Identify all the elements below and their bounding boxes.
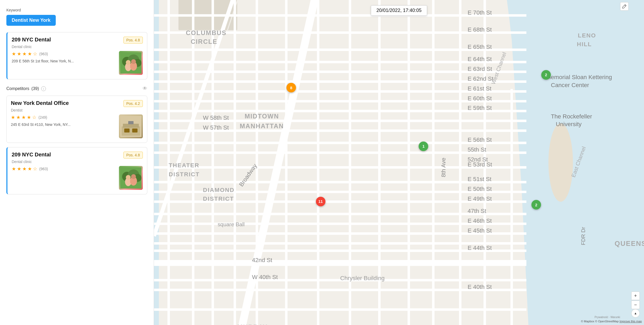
keyword-badge[interactable]: Dentist New York [6,15,56,26]
map-zoom-controls: + − [631,292,640,309]
c1-star-1: ★ [11,114,15,120]
svg-text:E 50th St: E 50th St [467,186,492,192]
svg-line-143 [625,5,626,6]
map-pin-2-bottom[interactable]: 2 [531,200,541,209]
svg-text:University: University [556,121,582,127]
north-button[interactable]: ▲ [631,309,640,318]
star-1: ★ [12,51,16,57]
svg-text:52nd St: 52nd St [467,156,488,163]
map-pin-1[interactable]: 1 [419,142,428,151]
svg-text:W 57th St: W 57th St [203,124,229,131]
svg-text:THEATER: THEATER [169,162,199,169]
competitor-1-pos: Pos. 4.2 [123,100,143,107]
competitor-card-2: 209 NYC Dental Pos. 4.8 Dental clinic ★ … [6,147,147,194]
competitor-2-photo [119,166,143,190]
eye-icon[interactable]: 👁 [143,86,147,91]
svg-text:HILL: HILL [577,41,592,48]
svg-rect-12 [132,129,138,132]
svg-point-20 [126,175,131,180]
svg-point-6 [126,60,131,65]
svg-text:E 62nd St: E 62nd St [467,75,493,82]
competitor-1-reviews: (249) [38,115,47,119]
timestamp-box: 20/01/2022, 17:40:05 [371,5,427,16]
svg-text:E 63rd St: E 63rd St [467,66,492,72]
main-listing-stars: ★ ★ ★ ★ ☆ (963) [12,51,115,57]
svg-rect-11 [124,129,130,132]
keyword-label: Keyword [6,8,147,12]
star-half: ☆ [33,51,37,57]
main-listing-header: 209 NYC Dental Pos. 4.8 [12,37,143,44]
competitor-1-header: New York Dental Office Pos. 4.2 [11,100,143,107]
svg-text:E 59th St: E 59th St [467,105,492,111]
map-pin-2-top[interactable]: 2 [541,70,551,80]
main-listing-type: Dental clinic [12,45,143,49]
star-4: ★ [28,51,32,57]
competitor-2-type: Dental clinic [12,160,143,164]
c2-star-2: ★ [17,166,21,172]
left-panel: Keyword Dentist New York 209 NYC Dental … [0,0,154,325]
c2-star-3: ★ [22,166,27,172]
main-listing-image [119,51,143,75]
competitors-header: Competitors (39) i 👁 [6,86,147,91]
map-container[interactable]: E 77th St E 75th St E 73rd St E 70th St … [154,0,644,325]
main-listing-pos: Pos. 4.8 [123,37,143,44]
main-listing-address: 209 E 56th St 1st floor, New York, N... [12,59,115,63]
svg-text:E 45th St: E 45th St [467,227,492,234]
svg-text:Memorial Sloan Kettering: Memorial Sloan Kettering [546,74,612,80]
svg-text:E 44th St: E 44th St [467,245,492,251]
main-listing-body: ★ ★ ★ ★ ☆ (963) 209 E 56th St 1st floor,… [12,51,143,75]
svg-text:MURRAY: MURRAY [237,323,268,325]
map-pin-11[interactable]: 11 [316,197,325,206]
svg-text:W 40th St: W 40th St [252,274,278,280]
improve-map-link[interactable]: Improve this map [620,320,642,323]
main-listing-photo [119,51,143,75]
svg-text:47th St: 47th St [467,208,486,214]
competitor-2-reviews: (963) [39,167,48,171]
svg-text:square Ball: square Ball [218,221,245,227]
competitor-2-image [119,166,143,190]
svg-rect-10 [123,124,139,128]
svg-text:CIRCLE: CIRCLE [191,38,217,45]
svg-text:E 49th St: E 49th St [467,195,492,202]
svg-point-7 [131,59,136,64]
info-icon[interactable]: i [41,86,46,91]
svg-text:E 70th St: E 70th St [467,9,492,16]
c2-star-half: ☆ [33,166,37,172]
svg-text:Chrysler Building: Chrysler Building [340,275,384,281]
svg-text:E 51st St: E 51st St [467,176,491,182]
c1-star-3: ★ [22,114,26,120]
competitor-1-type: Dentist [11,108,143,112]
competitor-2-body: ★ ★ ★ ★ ☆ (963) [12,166,143,190]
map-edit-button[interactable] [620,2,629,11]
competitor-2-pos: Pos. 4.8 [123,152,143,159]
svg-text:QUEENS: QUEENS [615,240,644,247]
svg-text:LENO: LENO [578,32,596,39]
main-listing-card: 209 NYC Dental Pos. 4.8 Dental clinic ★ … [6,32,147,79]
svg-text:DISTRICT: DISTRICT [169,171,200,178]
svg-text:E 60th St: E 60th St [467,95,492,102]
competitor-2-name: 209 NYC Dental [12,152,51,158]
map-pin-8[interactable]: 8 [286,83,296,92]
pencil-icon [622,4,626,8]
competitor-1-address: 245 E 63rd St #110, New York, NY... [11,122,115,127]
svg-text:W 58th St: W 58th St [203,114,229,121]
map-attribution: © Mapbox © OpenStreetMap Improve this ma… [581,320,642,323]
svg-text:E 46th St: E 46th St [467,217,492,224]
main-listing-reviews: (963) [39,52,48,56]
competitor-1-body: ★ ★ ★ ★ ☆ (249) 245 E 63rd St #110, New … [11,114,143,138]
competitor-1-stars: ★ ★ ★ ★ ☆ (249) [11,114,115,120]
c1-star-half: ☆ [32,114,36,120]
svg-point-25 [548,123,573,202]
zoom-in-button[interactable]: + [631,292,640,300]
competitor-2-left: ★ ★ ★ ★ ☆ (963) [12,166,115,174]
svg-text:E 40th St: E 40th St [467,284,492,290]
attribution-text: © Mapbox © OpenStreetMap [581,320,619,323]
svg-text:E 65th St: E 65th St [467,44,492,50]
svg-point-21 [131,174,136,179]
svg-text:DISTRICT: DISTRICT [203,195,234,202]
competitor-1-left: ★ ★ ★ ★ ☆ (249) 245 E 63rd St #110, New … [11,114,115,127]
competitor-1-photo [119,114,143,138]
c2-star-1: ★ [12,166,16,172]
competitor-1-name: New York Dental Office [11,100,69,106]
svg-text:55th St: 55th St [467,146,486,153]
